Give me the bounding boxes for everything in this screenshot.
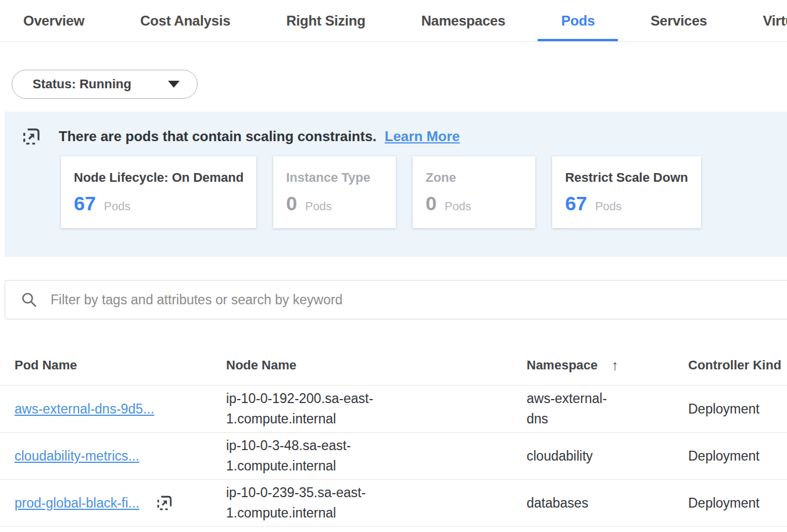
- namespace: cloudability: [527, 446, 620, 466]
- pod-name-cell: prod-global-black-fi...: [15, 494, 226, 512]
- tab-label: Namespaces: [421, 13, 506, 29]
- card-value-row: 67 Pods: [74, 192, 244, 215]
- card-title: Node Lifecycle: On Demand: [74, 170, 244, 185]
- tab-pods[interactable]: Pods: [538, 0, 618, 41]
- tab-label: Right Sizing: [286, 13, 365, 29]
- card-value-row: 0 Pods: [425, 192, 523, 215]
- card-title: Zone: [425, 170, 523, 185]
- constraint-card[interactable]: Node Lifecycle: On Demand 67 Pods: [61, 156, 256, 228]
- tab-right-sizing[interactable]: Right Sizing: [263, 0, 388, 41]
- card-value-row: 0 Pods: [286, 192, 383, 215]
- card-unit: Pods: [104, 200, 131, 213]
- column-header[interactable]: Namespace ↑: [527, 357, 688, 373]
- column-header[interactable]: Node Name ↑: [226, 358, 527, 373]
- tab-label: Cost Analysis: [140, 13, 230, 29]
- filter-search-bar: [5, 280, 787, 319]
- banner-message: There are pods that contain scaling cons…: [59, 128, 377, 145]
- arrow-up-icon[interactable]: ↑: [611, 357, 618, 373]
- column-header-label: Namespace: [527, 358, 598, 373]
- scale-out-icon: [156, 494, 173, 512]
- node-name: ip-10-0-192-200.sa-east-1.compute.intern…: [226, 389, 380, 429]
- card-value: 0: [286, 192, 297, 215]
- namespace: databases: [527, 493, 620, 513]
- table-row: prod-global-black-fi... ip-10-0-239-35.s…: [0, 480, 787, 527]
- banner-message-row: There are pods that contain scaling cons…: [5, 112, 787, 146]
- tab-virtual[interactable]: Virtu: [739, 0, 787, 41]
- pod-name-link[interactable]: aws-external-dns-9d5...: [15, 401, 154, 417]
- table-row: cloudability-metrics... ip-10-0-3-48.sa-…: [0, 433, 787, 480]
- tab-cost-analysis[interactable]: Cost Analysis: [117, 0, 253, 41]
- constraint-card[interactable]: Zone 0 Pods: [413, 156, 535, 228]
- card-unit: Pods: [305, 200, 332, 213]
- tab-label: Virtu: [763, 13, 787, 29]
- constraint-card[interactable]: Instance Type 0 Pods: [273, 156, 396, 228]
- tab-label: Pods: [561, 13, 595, 29]
- node-name: ip-10-0-3-48.sa-east-1.compute.internal: [226, 436, 380, 476]
- search-icon: [21, 292, 37, 310]
- namespace: aws-external-dns: [527, 389, 620, 429]
- status-filter-label: Status: Running: [33, 77, 131, 92]
- status-filter-dropdown[interactable]: Status: Running: [12, 70, 198, 99]
- node-name-cell: ip-10-0-239-35.sa-east-1.compute.interna…: [226, 483, 527, 523]
- pod-name-link[interactable]: prod-global-black-fi...: [15, 495, 139, 511]
- table-row: aws-external-dns-9d5... ip-10-0-192-200.…: [0, 386, 787, 433]
- table-header-row: Pod Name ↑ Node Name ↑ Namespace ↑ Contr…: [0, 345, 787, 386]
- tab-bar: Overview Cost Analysis Right Sizing Name…: [0, 0, 787, 42]
- tab-overview[interactable]: Overview: [0, 0, 108, 41]
- tab-services[interactable]: Services: [627, 0, 730, 41]
- column-header-label: Pod Name: [15, 358, 77, 373]
- constraint-cards: Node Lifecycle: On Demand 67 Pods Instan…: [61, 156, 787, 228]
- column-header-label: Controller Kind: [688, 358, 781, 373]
- card-title: Restrict Scale Down: [565, 170, 688, 185]
- pods-table: Pod Name ↑ Node Name ↑ Namespace ↑ Contr…: [0, 345, 787, 527]
- node-name: ip-10-0-239-35.sa-east-1.compute.interna…: [226, 483, 380, 523]
- scaling-constraints-banner: There are pods that contain scaling cons…: [5, 112, 787, 257]
- node-name-cell: ip-10-0-192-200.sa-east-1.compute.intern…: [226, 389, 527, 429]
- table-body: aws-external-dns-9d5... ip-10-0-192-200.…: [0, 386, 787, 527]
- namespace-cell: databases: [527, 493, 688, 513]
- card-value: 0: [425, 192, 437, 215]
- column-header[interactable]: Controller Kind ↑: [688, 358, 787, 373]
- tab-label: Services: [650, 13, 707, 29]
- column-header-label: Node Name: [226, 358, 296, 373]
- namespace-cell: aws-external-dns: [527, 389, 688, 429]
- controller-kind-cell: Deployment: [688, 401, 787, 417]
- node-name-cell: ip-10-0-3-48.sa-east-1.compute.internal: [226, 436, 527, 476]
- scale-out-icon: [22, 127, 41, 146]
- controller-kind-cell: Deployment: [688, 448, 787, 464]
- pod-name-cell: cloudability-metrics...: [15, 448, 226, 464]
- caret-down-icon: [168, 81, 180, 88]
- card-title: Instance Type: [286, 170, 383, 185]
- card-value-row: 67 Pods: [565, 192, 688, 215]
- pod-name-link[interactable]: cloudability-metrics...: [15, 448, 139, 464]
- card-unit: Pods: [595, 200, 622, 213]
- tab-label: Overview: [23, 13, 84, 29]
- card-value: 67: [74, 192, 96, 215]
- search-input[interactable]: [5, 280, 787, 319]
- column-header[interactable]: Pod Name ↑: [15, 358, 226, 373]
- card-value: 67: [565, 192, 587, 215]
- card-unit: Pods: [445, 200, 471, 213]
- pod-name-cell: aws-external-dns-9d5...: [15, 401, 226, 417]
- tab-namespaces[interactable]: Namespaces: [398, 0, 529, 41]
- namespace-cell: cloudability: [527, 446, 688, 466]
- controller-kind-cell: Deployment: [688, 495, 787, 511]
- constraint-card[interactable]: Restrict Scale Down 67 Pods: [552, 156, 701, 228]
- learn-more-link[interactable]: Learn More: [385, 128, 460, 145]
